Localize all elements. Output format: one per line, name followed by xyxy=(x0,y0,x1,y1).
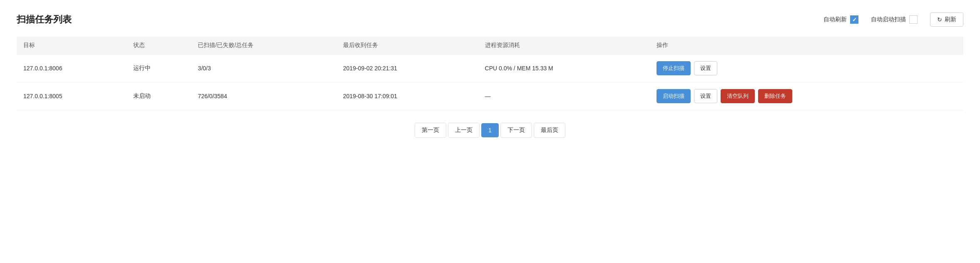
check-icon: ✓ xyxy=(852,17,857,23)
col-progress: 已扫描/已失败/总任务 xyxy=(191,37,336,55)
action-button-设置[interactable]: 设置 xyxy=(694,61,717,75)
cell-target: 127.0.0.1:8006 xyxy=(17,55,127,82)
cell-resource: — xyxy=(478,82,650,110)
refresh-button[interactable]: ↻ 刷新 xyxy=(930,12,963,27)
auto-refresh-checkbox[interactable]: ✓ xyxy=(850,15,858,24)
cell-actions: 停止扫描设置 xyxy=(650,55,963,82)
refresh-button-label: 刷新 xyxy=(945,16,956,23)
cell-status: 未启动 xyxy=(127,82,192,110)
col-status: 状态 xyxy=(127,37,192,55)
col-target: 目标 xyxy=(17,37,127,55)
last-page-button[interactable]: 最后页 xyxy=(534,123,565,138)
action-button-删除任务[interactable]: 删除任务 xyxy=(758,89,792,103)
cell-status: 运行中 xyxy=(127,55,192,82)
auto-refresh-label: 自动刷新 xyxy=(823,16,847,23)
action-button-设置[interactable]: 设置 xyxy=(694,89,717,103)
cell-actions: 启动扫描设置清空队列删除任务 xyxy=(650,82,963,110)
table-row: 127.0.0.1:8005未启动726/0/35842019-08-30 17… xyxy=(17,82,963,110)
first-page-button[interactable]: 第一页 xyxy=(415,123,446,138)
refresh-icon: ↻ xyxy=(937,16,942,23)
table-row: 127.0.0.1:8006运行中3/0/32019-09-02 20:21:3… xyxy=(17,55,963,82)
pagination: 第一页 上一页 1 下一页 最后页 xyxy=(17,123,963,138)
cell-last-task: 2019-08-30 17:09:01 xyxy=(336,82,478,110)
auto-start-label: 自动启动扫描 xyxy=(871,16,906,23)
auto-start-checkbox[interactable] xyxy=(909,15,918,24)
col-resource: 进程资源消耗 xyxy=(478,37,650,55)
action-button-清空队列[interactable]: 清空队列 xyxy=(721,89,755,103)
cell-progress: 726/0/3584 xyxy=(191,82,336,110)
page-title: 扫描任务列表 xyxy=(17,13,823,26)
action-button-启动扫描[interactable]: 启动扫描 xyxy=(657,89,691,103)
cell-progress: 3/0/3 xyxy=(191,55,336,82)
cell-resource: CPU 0.0% / MEM 15.33 M xyxy=(478,55,650,82)
next-page-button[interactable]: 下一页 xyxy=(500,123,532,138)
action-button-停止扫描[interactable]: 停止扫描 xyxy=(657,61,691,75)
col-last-task: 最后收到任务 xyxy=(336,37,478,55)
cell-target: 127.0.0.1:8005 xyxy=(17,82,127,110)
task-table: 目标 状态 已扫描/已失败/总任务 最后收到任务 进程资源消耗 操作 127.0… xyxy=(17,37,963,110)
cell-last-task: 2019-09-02 20:21:31 xyxy=(336,55,478,82)
current-page-button[interactable]: 1 xyxy=(481,123,499,137)
table-header-row: 目标 状态 已扫描/已失败/总任务 最后收到任务 进程资源消耗 操作 xyxy=(17,37,963,55)
col-actions: 操作 xyxy=(650,37,963,55)
prev-page-button[interactable]: 上一页 xyxy=(448,123,480,138)
